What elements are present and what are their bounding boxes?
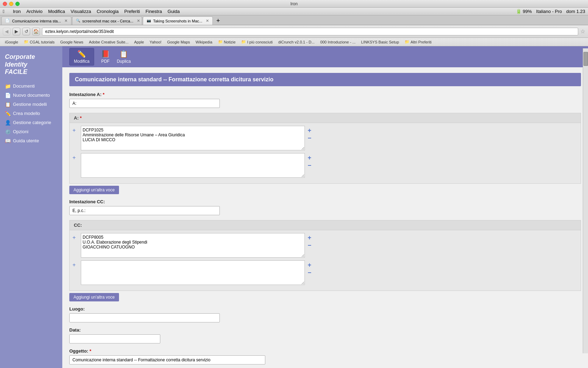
bookmark-yahoo[interactable]: Yahoo! bbox=[147, 39, 163, 45]
sidebar-item-gestione-categorie[interactable]: 👤 Gestione categorie bbox=[0, 118, 62, 127]
menu-visualizza[interactable]: Visualizza bbox=[71, 9, 91, 14]
toolbar-modifica-button[interactable]: ✏️ Modifica bbox=[69, 48, 94, 66]
tab-close-1[interactable]: ✕ bbox=[137, 19, 140, 23]
cc-row1-plus[interactable]: + bbox=[72, 233, 78, 241]
sidebar-item-opzioni[interactable]: ⚙️ Opzioni bbox=[0, 127, 62, 136]
minimize-button[interactable] bbox=[9, 2, 13, 6]
cc-row2-remove-btn[interactable]: − bbox=[308, 270, 312, 276]
sidebar-item-nuovo-documento[interactable]: 📄 Nuovo documento bbox=[0, 91, 62, 100]
page-toolbar: ✏️ Modifica 📕 PDF 📋 Duplica bbox=[62, 46, 588, 67]
tab-label-2: Taking Screenshots in Mac... bbox=[153, 19, 202, 23]
bookmark-piu-conosciuti[interactable]: 📁 I più conosciuti bbox=[239, 39, 275, 45]
bookmark-wikipedia-label: Wikipedia bbox=[196, 40, 212, 44]
tab-close-2[interactable]: ✕ bbox=[206, 19, 209, 23]
traffic-lights[interactable] bbox=[3, 2, 20, 6]
tab-close-0[interactable]: ✕ bbox=[64, 19, 68, 23]
a-textarea-1[interactable]: DCFP1025 Amministrazione delle Risorse U… bbox=[81, 126, 305, 150]
toolbar-pdf-label: PDF bbox=[101, 59, 110, 64]
tab-favicon-0: 📄 bbox=[5, 19, 10, 23]
clock: dom 1.23 bbox=[566, 9, 585, 14]
intestazione-cc-input[interactable] bbox=[69, 206, 220, 215]
bookmark-notizie[interactable]: 📁 Notizie bbox=[216, 39, 238, 45]
oggetto-section: Oggetto: * bbox=[69, 348, 581, 364]
bookmark-gmaps[interactable]: Google Maps bbox=[165, 39, 192, 45]
bookmark-000-label: 000 Introduzione - ... bbox=[320, 40, 356, 44]
tab-2[interactable]: 📷 Taking Screenshots in Mac... ✕ bbox=[143, 16, 213, 25]
address-bar[interactable] bbox=[42, 28, 578, 35]
bookmark-altri[interactable]: 📁 Altri Preferiti bbox=[402, 39, 434, 45]
cc-row1-add-btn[interactable]: + bbox=[308, 234, 312, 241]
bookmark-dicrunch[interactable]: diCrunch v2.0.1 - D... bbox=[276, 39, 317, 45]
cc-textarea-2[interactable] bbox=[81, 260, 305, 285]
sidebar-item-crea-modello[interactable]: ✏️ Crea modello bbox=[0, 109, 62, 118]
bookmark-cgal[interactable]: 📁 CGAL tutorials bbox=[22, 39, 57, 45]
sidebar-item-gestione-modelli[interactable]: 📋 Gestione modelli bbox=[0, 100, 62, 109]
bookmark-star[interactable]: ☆ bbox=[580, 28, 585, 35]
bookmark-linksys[interactable]: LINKSYS Basic Setup bbox=[359, 39, 401, 45]
new-tab-button[interactable]: + bbox=[214, 16, 223, 25]
sidebar-logo: Corporate Identity FACILE bbox=[0, 50, 62, 82]
bookmark-google-news-label: Google News bbox=[60, 40, 83, 44]
a-row2-remove-btn[interactable]: − bbox=[308, 162, 312, 169]
cc-section-body: + DCFP8005 U.O.A. Elaborazione degli Sti… bbox=[69, 230, 581, 291]
cc-row2-plus[interactable]: + bbox=[72, 260, 78, 268]
cc-row1-remove-btn[interactable]: − bbox=[308, 242, 312, 248]
menu-preferiti[interactable]: Preferiti bbox=[124, 9, 140, 14]
a-row2-plus[interactable]: + bbox=[72, 153, 78, 161]
cc-textarea-1[interactable]: DCFP8005 U.O.A. Elaborazione degli Stipe… bbox=[81, 233, 305, 258]
tab-0[interactable]: 📄 Comunicazione interna sta... ✕ bbox=[1, 16, 71, 25]
cc-section: CC: + DCFP8005 U.O.A. Elaborazione degli… bbox=[69, 220, 581, 301]
data-input[interactable] bbox=[69, 334, 160, 343]
reload-button[interactable]: ↺ bbox=[22, 28, 30, 35]
cc-row-2: + + − bbox=[72, 260, 578, 285]
mac-titlebar: Iron bbox=[0, 0, 588, 8]
bookmark-igoogle[interactable]: iGoogle bbox=[3, 39, 20, 45]
tab-1[interactable]: 🔍 screenshot mac osx - Cerca... ✕ bbox=[72, 16, 142, 25]
scrollbar-thumb[interactable] bbox=[583, 52, 588, 66]
form-area: Comunicazione interna standard -- Format… bbox=[62, 67, 588, 368]
toolbar-pdf-button[interactable]: 📕 PDF bbox=[101, 50, 110, 64]
back-button[interactable]: ◀ bbox=[3, 28, 10, 35]
menu-iron[interactable]: Iron bbox=[13, 9, 21, 14]
a-textarea-2[interactable] bbox=[81, 153, 305, 178]
bookmark-gmaps-label: Google Maps bbox=[167, 40, 190, 44]
sidebar-item-documenti[interactable]: 📁 Documenti bbox=[0, 82, 62, 91]
menu-cronologia[interactable]: Cronologia bbox=[97, 9, 119, 14]
oggetto-input[interactable] bbox=[69, 355, 265, 364]
forward-button[interactable]: ▶ bbox=[13, 28, 20, 35]
luogo-section: Luogo: bbox=[69, 306, 581, 322]
bookmark-piu-label: I più conosciuti bbox=[247, 40, 273, 44]
tab-label-1: screenshot mac osx - Cerca... bbox=[82, 19, 133, 23]
bookmark-apple[interactable]: Apple bbox=[132, 39, 146, 45]
maximize-button[interactable] bbox=[15, 2, 20, 6]
menu-finestra[interactable]: Finestra bbox=[146, 9, 162, 14]
a-row1-plus[interactable]: + bbox=[72, 126, 78, 134]
bookmark-000[interactable]: 000 Introduzione - ... bbox=[318, 39, 358, 45]
sidebar-item-guida-utente[interactable]: 📖 Guida utente bbox=[0, 136, 62, 145]
bookmark-altri-label: Altri Preferiti bbox=[411, 40, 432, 44]
menu-modifica[interactable]: Modifica bbox=[48, 9, 65, 14]
menu-guida[interactable]: Guida bbox=[168, 9, 180, 14]
intestazione-cc-label: Intestazione CC: bbox=[69, 199, 581, 204]
a-row1-remove-btn[interactable]: − bbox=[308, 135, 312, 141]
intestazione-cc-section: Intestazione CC: bbox=[69, 199, 581, 215]
cc-add-voice-button[interactable]: Aggiungi un'altra voce bbox=[69, 293, 119, 301]
home-button[interactable]: 🏠 bbox=[32, 28, 40, 35]
a-add-voice-button[interactable]: Aggiungi un'altra voce bbox=[69, 186, 119, 194]
scrollbar[interactable] bbox=[583, 48, 588, 353]
bookmark-google-news[interactable]: Google News bbox=[58, 39, 85, 45]
menu-archivio[interactable]: Archivio bbox=[26, 9, 42, 14]
bookmark-adobe[interactable]: Adobe Creative Suite... bbox=[87, 39, 131, 45]
a-row2-add-btn[interactable]: + bbox=[308, 155, 312, 161]
logo-line1: Corporate bbox=[5, 53, 57, 61]
intestazione-a-input[interactable] bbox=[69, 99, 220, 108]
language-indicator: Italiano - Pro bbox=[536, 9, 562, 14]
apple-menu-icon[interactable]:  bbox=[3, 9, 5, 14]
toolbar-duplica-button[interactable]: 📋 Duplica bbox=[117, 50, 131, 64]
luogo-input[interactable] bbox=[69, 313, 220, 322]
a-row1-add-btn[interactable]: + bbox=[308, 127, 312, 134]
cc-row2-add-btn[interactable]: + bbox=[308, 262, 312, 268]
close-button[interactable] bbox=[3, 2, 7, 6]
a-row1-controls: + − bbox=[308, 126, 312, 141]
bookmark-wikipedia[interactable]: Wikipedia bbox=[194, 39, 215, 45]
